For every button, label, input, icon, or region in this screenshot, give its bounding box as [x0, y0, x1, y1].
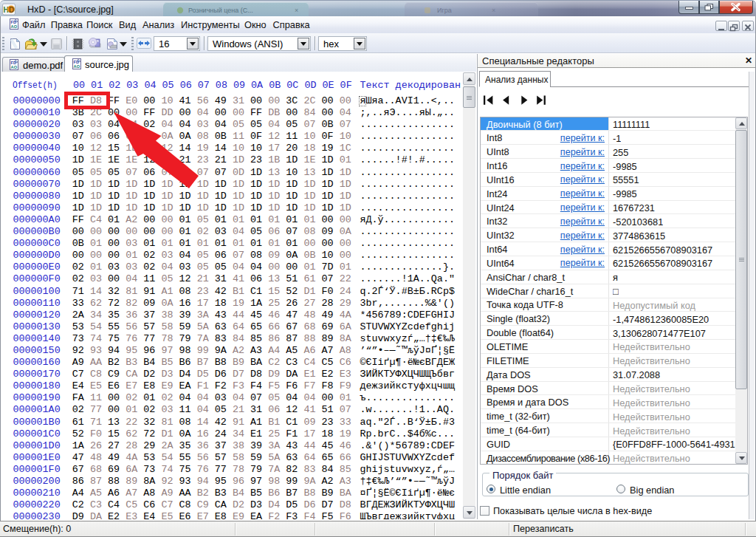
svg-text:D: D	[9, 6, 14, 14]
svg-text:AO: AO	[11, 65, 18, 69]
svg-text:AO: AO	[74, 64, 80, 69]
